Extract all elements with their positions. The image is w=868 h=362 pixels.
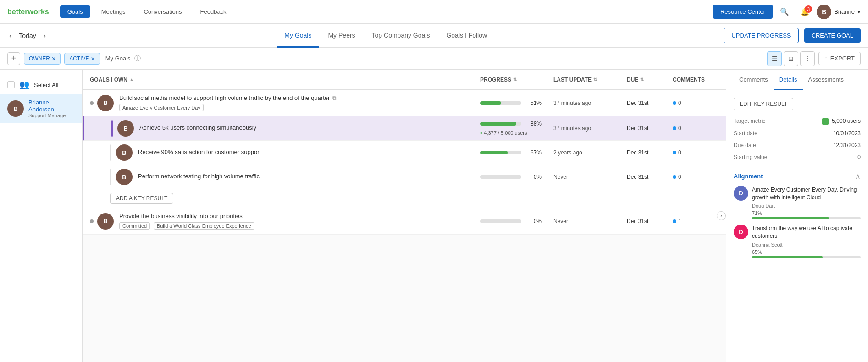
nav-goals[interactable]: Goals xyxy=(60,5,90,18)
list-view-button[interactable]: ☰ xyxy=(767,51,782,66)
select-all-label: Select All xyxy=(34,82,58,88)
kr-progress-cell: 88% ▪ 4,377 / 5,000 users xyxy=(480,121,553,136)
kr2-progress-cell: 67% xyxy=(480,149,553,156)
top-nav: betterworks Goals Meetings Conversations… xyxy=(0,0,868,24)
alignment-person-2: Deanna Scott xyxy=(752,242,861,247)
add-key-result-button[interactable]: ADD A KEY RESULT xyxy=(110,193,173,204)
sidebar: 👥 Select All B Brianne Anderson Support … xyxy=(0,70,83,362)
panel-tabs: Comments Details Assessments xyxy=(726,70,868,90)
alignment-section: Alignment ∧ D Amaze Every Customer Every… xyxy=(734,172,861,258)
tree-view-button[interactable]: ⋮ xyxy=(800,51,815,66)
grid-view-button[interactable]: ⊞ xyxy=(784,51,798,66)
alignment-person-1: Doug Dart xyxy=(752,203,861,208)
nav-prev-button[interactable]: ‹ xyxy=(7,30,13,42)
goal-row[interactable]: B Build social media model to support hi… xyxy=(83,90,726,116)
column-progress: PROGRESS ⇅ xyxy=(480,77,553,83)
column-due: DUE ⇅ xyxy=(627,77,673,83)
column-goal: Goals I own ▲ xyxy=(90,77,480,83)
export-button[interactable]: ↑ EXPORT xyxy=(818,52,861,65)
kr3-comments: 0 xyxy=(673,174,719,180)
tab-comments[interactable]: Comments xyxy=(734,70,774,90)
view-icons-group: ☰ ⊞ ⋮ xyxy=(767,51,815,66)
active-filter-chip[interactable]: ACTIVE × xyxy=(64,53,100,65)
update-progress-button[interactable]: UPDATE PROGRESS xyxy=(724,28,798,43)
collapse-alignment-button[interactable]: ∧ xyxy=(855,172,861,181)
goal2-info: Provide the business visibility into our… xyxy=(119,213,480,230)
goal-title: Build social media model to support high… xyxy=(119,94,480,101)
kr-title: Achieve 5k users connecting simultaneous… xyxy=(139,124,480,131)
notifications-button[interactable]: 🔔 3 xyxy=(796,5,813,18)
edit-key-result-button[interactable]: EDIT KEY RESULT xyxy=(734,98,793,110)
goal-row-2[interactable]: B Provide the business visibility into o… xyxy=(83,208,726,235)
resource-center-button[interactable]: Resource Center xyxy=(713,5,773,19)
sort-lastupdate-icon[interactable]: ⇅ xyxy=(593,77,597,82)
goal2-progress-cell: 0% xyxy=(480,218,553,225)
goal2-progress-bar xyxy=(480,219,521,223)
info-icon[interactable]: ⓘ xyxy=(134,55,141,63)
alignment-text-1: Amaze Every Customer Every Day, Driving … xyxy=(752,186,861,219)
owner-filter-chip[interactable]: OWNER × xyxy=(24,53,61,65)
sidebar-user-item[interactable]: B Brianne Anderson Support Manager xyxy=(0,94,82,123)
goal-tags: Amaze Every Customer Every Day xyxy=(119,103,480,111)
my-goals-filter-label: My Goals xyxy=(105,55,131,62)
nav-conversations[interactable]: Conversations xyxy=(136,5,189,18)
start-date-label: Start date xyxy=(734,130,757,137)
kr2-info: Receive 90% satisfaction for customer su… xyxy=(138,148,480,157)
progress-cell: 51% xyxy=(480,100,553,106)
create-goal-button[interactable]: CREATE GOAL xyxy=(804,28,861,43)
tab-my-peers[interactable]: My Peers xyxy=(321,24,362,48)
sort-goal-icon[interactable]: ▲ xyxy=(129,77,134,82)
sort-progress-icon[interactable]: ⇅ xyxy=(513,77,517,82)
remove-active-filter[interactable]: × xyxy=(91,55,95,62)
right-panel: Comments Details Assessments EDIT KEY RE… xyxy=(726,70,868,362)
tab-assessments[interactable]: Assessments xyxy=(803,70,849,90)
select-all-item[interactable]: 👥 Select All xyxy=(0,75,82,94)
notification-badge: 3 xyxy=(805,5,812,13)
kr3-info: Perform network testing for high volume … xyxy=(138,173,480,181)
sidebar-user-role: Support Manager xyxy=(28,113,75,118)
nav-next-button[interactable]: › xyxy=(42,30,48,42)
kr-last-update: 37 minutes ago xyxy=(553,125,627,132)
nav-meetings[interactable]: Meetings xyxy=(94,5,133,18)
nav-feedback[interactable]: Feedback xyxy=(193,5,234,18)
select-all-checkbox[interactable] xyxy=(7,81,15,88)
goal2-tag-employee: Build a World Class Employee Experience xyxy=(154,222,254,230)
due-date-value: 12/31/2023 xyxy=(833,142,861,148)
tab-my-goals[interactable]: My Goals xyxy=(277,24,319,48)
goal2-comment-indicator xyxy=(673,219,676,223)
add-filter-button[interactable]: + xyxy=(7,52,20,65)
sidebar-user-name: Brianne Anderson xyxy=(28,99,75,113)
alignment-avatar-1: D xyxy=(734,186,748,201)
copy-icon[interactable]: ⧉ xyxy=(332,95,337,101)
remove-owner-filter[interactable]: × xyxy=(52,55,55,62)
kr3-due: Dec 31st xyxy=(627,174,673,180)
kr3-comment-indicator xyxy=(673,175,676,179)
kr-avatar: B xyxy=(117,120,134,137)
goals-table-area: Goals I own ▲ PROGRESS ⇅ LAST UPDATE ⇅ D… xyxy=(83,70,868,362)
kr3-avatar: B xyxy=(116,169,133,185)
search-icon[interactable]: 🔍 xyxy=(776,5,793,18)
user-name: Brianne xyxy=(834,8,855,15)
key-result-row[interactable]: B Achieve 5k users connecting simultaneo… xyxy=(83,116,726,141)
kr2-title: Receive 90% satisfaction for customer su… xyxy=(138,148,480,155)
kr3-progress-cell: 0% xyxy=(480,174,553,180)
user-menu-button[interactable]: B Brianne ▾ xyxy=(817,5,861,19)
alignment-bar-2 xyxy=(752,256,861,258)
tab-top-company-goals[interactable]: Top Company Goals xyxy=(365,24,437,48)
goal2-comments: 1 xyxy=(673,218,719,225)
tab-details[interactable]: Details xyxy=(774,70,803,90)
collapse-panel-button[interactable]: ‹ xyxy=(717,211,726,220)
sort-due-icon[interactable]: ⇅ xyxy=(640,77,644,82)
kr2-comments: 0 xyxy=(673,149,719,156)
sidebar-user-avatar: B xyxy=(7,100,24,117)
starting-value-value: 0 xyxy=(857,154,861,160)
goal2-avatar: B xyxy=(97,213,114,230)
kr3-progress-bar xyxy=(480,175,521,179)
tab-goals-i-follow[interactable]: Goals I Follow xyxy=(439,24,494,48)
chevron-down-icon: ▾ xyxy=(857,8,861,15)
main-layout: 👥 Select All B Brianne Anderson Support … xyxy=(0,70,868,362)
goal-info: Build social media model to support high… xyxy=(119,94,480,111)
key-result-row[interactable]: B Receive 90% satisfaction for customer … xyxy=(83,141,726,165)
key-result-row[interactable]: B Perform network testing for high volum… xyxy=(83,165,726,189)
alignment-pct-2: 65% xyxy=(752,249,861,255)
